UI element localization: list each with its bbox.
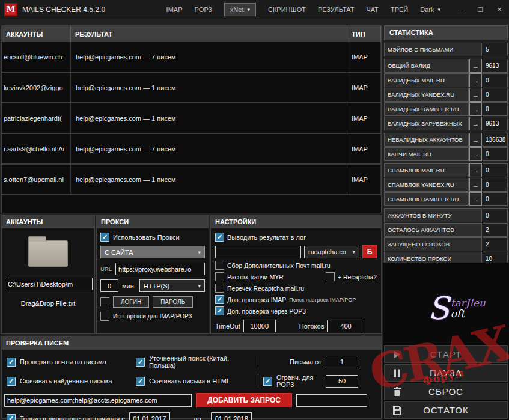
threads-label: Потоков	[299, 323, 325, 330]
stat-row: ОБЩИЙ ВАЛИД → 9613	[384, 59, 508, 73]
export-arrow-icon[interactable]: →	[469, 73, 482, 87]
column-header-type[interactable]: ТИП	[347, 26, 381, 42]
table-row[interactable]: r.aarts9@chello.nl:Ai help@epicgames.com…	[2, 134, 381, 165]
accounts-panel: АККАУНТЫ Drag&Drop File.txt	[1, 215, 95, 334]
check-letters-checkbox[interactable]: ✓	[7, 358, 16, 367]
menu-xnet-label: xNet	[230, 6, 244, 13]
proxy-source-value: С САЙТА	[105, 249, 133, 256]
table-row[interactable]: ericsoll@bluewin.ch: help@epicgames.com …	[2, 42, 381, 73]
password-button[interactable]: ПАРОЛЬ	[153, 296, 193, 308]
threads-input[interactable]	[327, 320, 364, 332]
recheck-recaptcha-checkbox[interactable]	[215, 284, 224, 293]
menu-pop3[interactable]: POP3	[195, 6, 212, 13]
export-arrow-icon[interactable]: →	[469, 59, 482, 73]
proxy-url-input[interactable]	[115, 263, 205, 275]
pause-button[interactable]: ПАУЗА	[384, 364, 508, 382]
type-cell: IMAP	[347, 134, 381, 163]
check-icon: ✓	[265, 378, 270, 385]
stat-group: АККАУНТОВ В МИНУТУ 0 ОСТАЛОСЬ АККАУНТОВ …	[384, 208, 508, 266]
pop3-limit-checkbox[interactable]: ✓	[263, 377, 272, 386]
export-arrow-icon[interactable]: →	[469, 88, 482, 102]
table-row[interactable]: patriciaziegenhardt( help@epicgames.com …	[2, 103, 381, 134]
stat-label: СПАМБЛОК MAIL.RU	[384, 163, 469, 177]
proxy-auth-checkbox[interactable]	[100, 297, 109, 306]
rest-label: ОСТАТОК	[423, 405, 468, 415]
stat-label: ВАЛИДНЫХ ЗАРУБЕЖНЫХ	[384, 117, 469, 130]
recaptcha2-label: + Recaptcha2	[338, 273, 377, 281]
folder-icon[interactable]	[28, 240, 68, 267]
column-header-result[interactable]: РЕЗУЛЬТАТ	[71, 26, 347, 42]
proxy-refresh-minutes-input[interactable]	[100, 279, 118, 292]
timeout-input[interactable]	[243, 320, 276, 332]
date-from-input[interactable]	[129, 412, 170, 420]
export-arrow-icon[interactable]: →	[469, 163, 482, 177]
minimize-button[interactable]: —	[451, 0, 471, 19]
close-button[interactable]: ×	[490, 0, 509, 19]
export-arrow-icon[interactable]: →	[469, 147, 482, 161]
check-icon: ✓	[217, 308, 222, 314]
result-cell: help@epicgames.com — 1 писем	[71, 165, 347, 194]
menu-chat[interactable]: ЧАТ	[366, 6, 379, 13]
stat-row: ВАЛИДНЫХ MAIL.RU → 0	[384, 73, 508, 87]
menu-tray[interactable]: ТРЕЙ	[391, 6, 408, 13]
pop3-extra-check-checkbox[interactable]: ✓	[215, 306, 224, 315]
query-input[interactable]	[4, 394, 192, 407]
stat-value: 9613	[483, 59, 508, 73]
check-icon: ✓	[8, 359, 14, 365]
export-arrow-icon[interactable]: →	[469, 133, 482, 147]
pop3-limit-input[interactable]	[326, 375, 358, 388]
export-arrow-icon[interactable]: →	[469, 102, 482, 116]
table-header: АККАУНТЫ РЕЗУЛЬТАТ ТИП	[2, 26, 381, 42]
chevron-down-icon: ▾	[198, 249, 201, 255]
refined-search-checkbox[interactable]: ✓	[136, 358, 145, 367]
menu-xnet-dropdown[interactable]: xNet ▾	[224, 3, 256, 16]
recaptcha2-checkbox[interactable]	[326, 272, 335, 281]
login-button[interactable]: ЛОГИН	[113, 296, 149, 308]
url-label: URL	[100, 266, 112, 272]
proxy-for-imap-pop3-checkbox[interactable]	[100, 312, 109, 321]
menu-result[interactable]: РЕЗУЛЬТАТ	[318, 6, 354, 13]
stat-row: СПАМБЛОК MAIL.RU → 0	[384, 163, 508, 177]
reset-button[interactable]: СБРОС	[384, 383, 508, 400]
balance-button[interactable]: Б	[362, 245, 377, 258]
download-html-checkbox[interactable]: ✓	[136, 377, 145, 386]
add-query-button[interactable]: ДОБАВИТЬ ЗАПРОС	[196, 393, 292, 407]
menu-theme-dropdown[interactable]: Dark ▾	[420, 6, 440, 13]
table-empty-area	[2, 195, 381, 213]
export-arrow-icon[interactable]: →	[469, 117, 482, 130]
letters-from-input[interactable]	[326, 356, 358, 368]
proxy-source-select[interactable]: С САЙТА ▾	[100, 246, 205, 258]
menu-screenshot[interactable]: СКРИНШОТ	[268, 6, 306, 13]
use-proxy-checkbox[interactable]: ✓	[100, 233, 109, 242]
captcha-service-select[interactable]: rucaptcha.co ▾	[304, 246, 359, 258]
imap-extra-check-checkbox[interactable]: ✓	[215, 295, 224, 304]
table-row[interactable]: s.otten7@upcmail.nl help@epicgames.com —…	[2, 165, 381, 195]
file-path-input[interactable]	[5, 278, 93, 290]
rest-button[interactable]: ОСТАТОК	[384, 401, 508, 419]
recognize-captcha-label: Распоз. капчи MYR	[227, 273, 284, 281]
date-range-checkbox[interactable]: ✓	[7, 414, 16, 420]
letters-from-label: Письма от	[290, 358, 322, 365]
timeout-label: TimeOut	[215, 323, 240, 330]
proxy-protocol-select[interactable]: HTTP(S) ▾	[139, 279, 205, 292]
column-header-accounts[interactable]: АККАУНТЫ	[2, 26, 71, 42]
download-letters-checkbox[interactable]: ✓	[7, 377, 16, 386]
maximize-button[interactable]: □	[471, 0, 490, 19]
extra-query-input[interactable]	[296, 394, 367, 407]
start-label: СТАРТ	[430, 349, 462, 359]
type-cell: IMAP	[347, 103, 381, 133]
export-arrow-icon[interactable]: →	[469, 192, 482, 206]
chevron-down-icon: ▾	[247, 7, 250, 13]
collect-extra-mail-checkbox[interactable]	[215, 261, 224, 270]
menu-imap[interactable]: IMAP	[166, 6, 183, 13]
start-button[interactable]: СТАРТ	[384, 345, 508, 363]
export-arrow-icon[interactable]: →	[469, 178, 482, 192]
date-to-input[interactable]	[211, 412, 252, 420]
app-logo-icon: M	[4, 3, 17, 16]
type-cell: IMAP	[347, 165, 381, 194]
log-output-checkbox[interactable]: ✓	[215, 233, 224, 242]
stat-row: ВАЛИДНЫХ ЗАРУБЕЖНЫХ → 9613	[384, 117, 508, 130]
recognize-captcha-checkbox[interactable]	[215, 272, 224, 281]
captcha-key-input[interactable]	[215, 246, 301, 258]
table-row[interactable]: kevinvk2002@ziggo help@epicgames.com — 1…	[2, 73, 381, 103]
